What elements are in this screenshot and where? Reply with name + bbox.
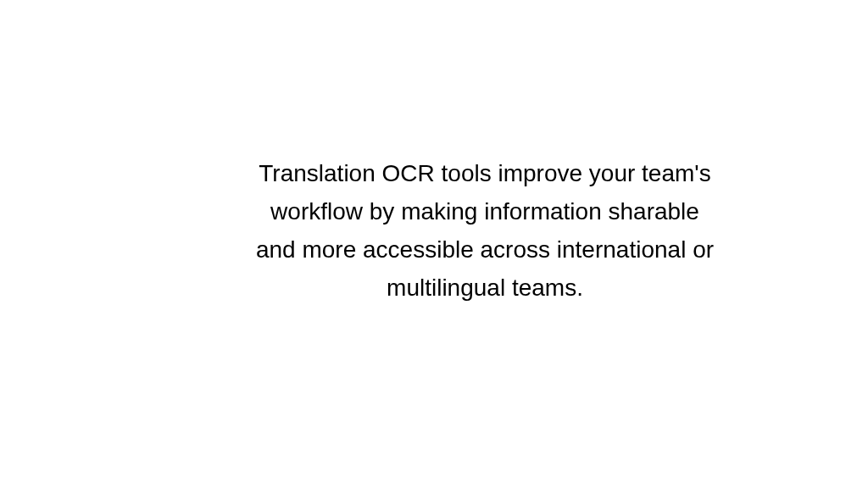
- main-paragraph: Translation OCR tools improve your team'…: [231, 155, 739, 307]
